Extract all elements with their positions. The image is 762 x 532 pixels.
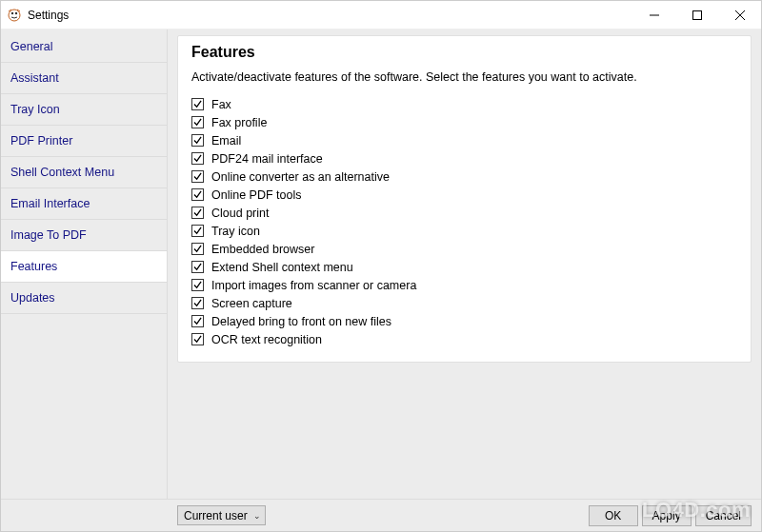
feature-checkbox[interactable] bbox=[191, 261, 204, 273]
chevron-down-icon: ⌄ bbox=[253, 511, 261, 521]
cancel-button[interactable]: Cancel bbox=[695, 505, 752, 526]
features-panel: Features Activate/deactivate features of… bbox=[177, 35, 752, 363]
ok-button[interactable]: OK bbox=[589, 505, 638, 526]
feature-row: Fax profile bbox=[191, 113, 737, 131]
feature-row: Fax bbox=[191, 95, 737, 113]
close-button[interactable] bbox=[718, 1, 761, 29]
feature-row: Cloud print bbox=[191, 204, 737, 222]
feature-checkbox[interactable] bbox=[191, 225, 204, 237]
feature-row: Import images from scanner or camera bbox=[191, 276, 737, 294]
feature-label: Cloud print bbox=[211, 207, 269, 220]
feature-label: Online converter as an alternative bbox=[211, 170, 390, 184]
window-title: Settings bbox=[28, 9, 632, 22]
settings-window: Settings GeneralAssistantTray IconPDF Pr… bbox=[0, 0, 762, 532]
sidebar-item-pdf-printer[interactable]: PDF Printer bbox=[1, 126, 167, 157]
feature-row: Online converter as an alternative bbox=[191, 167, 737, 186]
titlebar: Settings bbox=[1, 1, 761, 30]
apply-button[interactable]: Apply bbox=[642, 505, 692, 526]
panel-description: Activate/deactivate features of the soft… bbox=[191, 70, 737, 84]
feature-row: Embedded browser bbox=[191, 240, 737, 258]
feature-label: Email bbox=[211, 134, 241, 148]
sidebar-item-assistant[interactable]: Assistant bbox=[1, 63, 167, 94]
feature-checkbox[interactable] bbox=[191, 152, 204, 165]
feature-checkbox[interactable] bbox=[191, 98, 204, 110]
feature-checkbox[interactable] bbox=[191, 188, 204, 201]
feature-checkbox[interactable] bbox=[191, 243, 204, 255]
sidebar-item-general[interactable]: General bbox=[1, 31, 167, 63]
feature-label: Fax bbox=[211, 98, 231, 111]
feature-checkbox[interactable] bbox=[191, 297, 204, 309]
feature-row: Extend Shell context menu bbox=[191, 258, 737, 276]
feature-checkbox[interactable] bbox=[191, 207, 204, 219]
features-list: FaxFax profileEmailPDF24 mail interfaceO… bbox=[191, 95, 737, 348]
scope-dropdown-label: Current user bbox=[184, 509, 248, 522]
window-body: GeneralAssistantTray IconPDF PrinterShel… bbox=[1, 30, 761, 499]
svg-point-1 bbox=[11, 11, 13, 13]
feature-row: Email bbox=[191, 131, 737, 149]
panel-heading: Features bbox=[191, 44, 737, 61]
app-icon bbox=[7, 8, 22, 23]
feature-label: Tray icon bbox=[211, 225, 260, 238]
feature-label: Delayed bring to front on new files bbox=[211, 315, 391, 328]
feature-checkbox[interactable] bbox=[191, 134, 204, 147]
scope-dropdown[interactable]: Current user ⌄ bbox=[177, 505, 266, 525]
svg-point-0 bbox=[9, 10, 20, 21]
feature-checkbox[interactable] bbox=[191, 333, 204, 345]
feature-row: PDF24 mail interface bbox=[191, 149, 737, 167]
feature-label: Online PDF tools bbox=[211, 188, 301, 202]
maximize-button[interactable] bbox=[675, 1, 718, 29]
sidebar-item-updates[interactable]: Updates bbox=[1, 283, 167, 314]
feature-row: Screen capture bbox=[191, 294, 737, 312]
footer: Current user ⌄ OK Apply Cancel bbox=[1, 499, 761, 531]
feature-label: Screen capture bbox=[211, 297, 292, 310]
feature-label: Fax profile bbox=[211, 116, 267, 129]
main-area: Features Activate/deactivate features of… bbox=[168, 30, 761, 499]
sidebar: GeneralAssistantTray IconPDF PrinterShel… bbox=[1, 30, 168, 499]
feature-label: PDF24 mail interface bbox=[211, 152, 323, 166]
sidebar-item-email-interface[interactable]: Email Interface bbox=[1, 188, 167, 220]
minimize-button[interactable] bbox=[632, 1, 675, 29]
window-controls bbox=[632, 1, 761, 29]
sidebar-item-shell-context-menu[interactable]: Shell Context Menu bbox=[1, 157, 167, 188]
svg-point-2 bbox=[15, 11, 17, 13]
feature-label: OCR text recognition bbox=[211, 333, 322, 346]
feature-checkbox[interactable] bbox=[191, 315, 204, 327]
feature-label: Embedded browser bbox=[211, 243, 314, 256]
feature-row: Delayed bring to front on new files bbox=[191, 312, 737, 330]
feature-checkbox[interactable] bbox=[191, 170, 204, 183]
feature-row: Tray icon bbox=[191, 222, 737, 240]
feature-checkbox[interactable] bbox=[191, 279, 204, 291]
feature-row: Online PDF tools bbox=[191, 186, 737, 204]
feature-checkbox[interactable] bbox=[191, 116, 204, 128]
svg-rect-4 bbox=[692, 10, 701, 19]
sidebar-item-features[interactable]: Features bbox=[1, 251, 167, 283]
feature-label: Import images from scanner or camera bbox=[211, 279, 416, 292]
sidebar-item-image-to-pdf[interactable]: Image To PDF bbox=[1, 220, 167, 251]
feature-row: OCR text recognition bbox=[191, 330, 737, 348]
sidebar-item-tray-icon[interactable]: Tray Icon bbox=[1, 94, 167, 126]
feature-label: Extend Shell context menu bbox=[211, 261, 353, 274]
